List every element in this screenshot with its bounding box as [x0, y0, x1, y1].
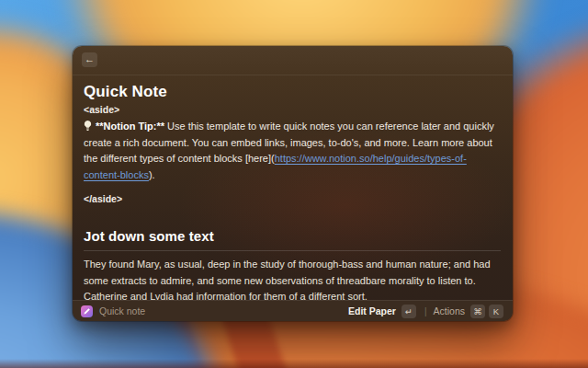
back-arrow-icon: ← [85, 53, 95, 64]
edit-paper-button[interactable]: Edit Paper [348, 305, 396, 316]
k-key-badge: K [489, 305, 503, 318]
note-content[interactable]: Quick Note <aside> **Notion Tip:** Use t… [73, 75, 513, 321]
command-bar-divider: | [424, 306, 427, 316]
aside-close-tag: </aside> [84, 193, 501, 204]
section-body-text: They found Mary, as usual, deep in the s… [84, 257, 501, 305]
lightbulb-icon [84, 120, 92, 132]
tip-text-end: ). [149, 169, 155, 180]
return-key-badge: ↵ [401, 305, 416, 318]
quick-note-app-icon [81, 305, 93, 317]
window-header: ← [73, 46, 513, 75]
aside-open-tag: <aside> [84, 104, 501, 115]
quick-note-window: ← Quick Note <aside> **Notion Tip:** Use… [73, 46, 513, 321]
return-key-icon: ↵ [405, 306, 413, 316]
section-divider [84, 250, 501, 251]
cmd-key-badge: ⌘ [470, 305, 485, 318]
command-bar: Quick note Edit Paper ↵ | Actions ⌘ K [73, 300, 513, 321]
section-heading-jot: Jot down some text [84, 228, 501, 244]
tip-bold-prefix: **Notion Tip:** [96, 121, 164, 132]
notion-tip-block: **Notion Tip:** Use this template to wri… [84, 119, 501, 183]
back-button[interactable]: ← [82, 52, 97, 67]
wallpaper-bottom-shade [0, 359, 588, 368]
pencil-icon [83, 307, 91, 316]
app-label: Quick note [99, 305, 145, 316]
actions-button[interactable]: Actions [434, 305, 465, 316]
command-key-icon: ⌘ [473, 306, 482, 316]
page-title: Quick Note [84, 83, 501, 101]
